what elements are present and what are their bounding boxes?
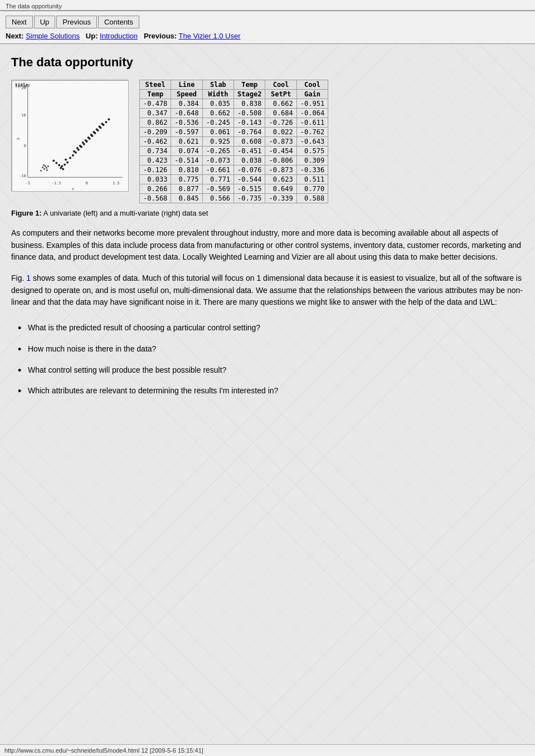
list-item: What is the predicted result of choosing… [11,318,524,339]
figure-label: Figure 1: [11,209,42,217]
table-cell: 0.038 [234,156,265,165]
previous-link[interactable]: The Vizier 1.0 User [179,32,241,40]
svg-point-35 [105,121,107,123]
table-cell: -0.726 [265,118,296,128]
col-subheader-width: Width [202,90,234,99]
table-cell: 0.384 [171,99,202,109]
svg-point-47 [101,123,103,125]
table-cell: -0.544 [234,175,265,184]
table-row: 0.2660.877-0.569-0.5150.6490.770 [140,184,328,194]
svg-point-50 [43,168,45,170]
table-cell: -0.073 [202,156,234,165]
col-header-steel-temp: Steel [140,80,171,90]
next-link[interactable]: Simple Solutions [26,32,80,40]
previous-label: Previous: [144,32,177,40]
up-link[interactable]: Introduction [100,32,138,40]
bullet-list: What is the predicted result of choosing… [11,318,524,402]
col-header-slab-width: Slab [202,80,234,90]
svg-point-14 [64,164,66,166]
svg-point-22 [69,157,71,159]
svg-text:-1.5: -1.5 [52,181,61,186]
col-header-line-speed: Line [171,80,202,90]
table-cell: -0.597 [171,128,202,137]
table-cell: -0.762 [296,128,328,137]
svg-point-53 [46,169,48,171]
table-cell: 0.575 [296,147,328,156]
table-cell: 0.022 [265,128,296,137]
table-cell: -0.873 [265,137,296,147]
footer-url: http://www.cs.cmu.edu/~schneide/tut5/nod… [4,747,203,754]
table-cell: 0.649 [265,184,296,194]
svg-point-15 [66,162,69,164]
para2-suffix: shows some examples of data. Much of thi… [11,274,523,306]
table-cell: -0.951 [296,99,328,109]
figure-container: title y -3 -1.5 0 1.5 -10 0 10 20 [11,80,524,203]
table-cell: -0.126 [140,165,171,175]
col-header-cool-setpt: Cool [265,80,296,90]
table-cell: -0.806 [265,156,296,165]
table-cell: 0.266 [140,184,171,194]
table-cell: -0.648 [171,109,202,118]
svg-point-46 [98,125,100,128]
table-cell: -0.143 [234,118,265,128]
table-cell: 0.347 [140,109,171,118]
svg-point-37 [73,150,75,153]
table-cell: 0.061 [202,128,234,137]
table-cell: -0.265 [202,147,234,156]
table-row: 0.0330.7750.771-0.5440.6230.511 [140,175,328,184]
tab-bar: The data opportunity [0,0,535,11]
table-cell: 0.862 [140,118,171,128]
table-cell: 0.623 [265,175,296,184]
table-cell: -0.076 [234,165,265,175]
table-row: -0.1260.810-0.661-0.076-0.873-0.336 [140,165,328,175]
tab-label: The data opportunity [3,2,64,10]
svg-point-40 [82,142,84,144]
table-row: -0.5680.8450.566-0.735-0.3390.588 [140,194,328,203]
svg-point-17 [62,168,64,170]
svg-point-20 [65,159,67,161]
col-subheader-speed: Speed [171,90,202,99]
svg-point-55 [40,170,42,172]
table-cell: 0.566 [202,194,234,203]
table-row: 0.7340.074-0.265-0.451-0.4540.575 [140,147,328,156]
table-row: 0.347-0.6480.662-0.5080.684-0.064 [140,109,328,118]
table-cell: -0.735 [234,194,265,203]
table-cell: 0.511 [296,175,328,184]
table-cell: -0.508 [234,109,265,118]
table-cell: -0.454 [265,147,296,156]
table-cell: 0.309 [296,156,328,165]
svg-text:0: 0 [86,181,88,186]
nav-bar: Next Up Previous Contents Next: Simple S… [0,11,535,43]
previous-button[interactable]: Previous [56,16,97,28]
svg-text:0: 0 [24,144,26,148]
table-cell: -0.514 [171,156,202,165]
table-cell: -0.462 [140,137,171,147]
table-cell: -0.515 [234,184,265,194]
fig-ref-link[interactable]: 1 [26,274,31,282]
table-cell: 0.033 [140,175,171,184]
svg-text:-3: -3 [26,181,30,186]
col-header-temp-stage2: Temp [234,80,265,90]
para2-prefix: Fig. [11,274,26,282]
next-button[interactable]: Next [6,16,33,28]
table-cell: 0.588 [296,194,328,203]
main-content: The data opportunity title y -3 [0,44,535,430]
svg-rect-0 [12,81,128,191]
page-title: The data opportunity [11,55,524,70]
table-cell: 0.775 [171,175,202,184]
table-cell: 0.662 [202,109,234,118]
svg-point-43 [90,134,93,136]
table-cell: -0.064 [296,109,328,118]
table-cell: -0.611 [296,118,328,128]
table-cell: 0.423 [140,156,171,165]
contents-button[interactable]: Contents [98,16,139,28]
up-button[interactable]: Up [34,16,56,28]
svg-point-54 [47,165,49,167]
svg-point-16 [60,167,62,169]
table-cell: 0.810 [171,165,202,175]
col-subheader-setpt: SetPt [265,90,296,99]
paragraph2: Fig. 1 shows some examples of data. Much… [11,272,524,309]
svg-text:y: y [28,83,30,87]
table-cell: -0.661 [202,165,234,175]
table-cell: 0.925 [202,137,234,147]
